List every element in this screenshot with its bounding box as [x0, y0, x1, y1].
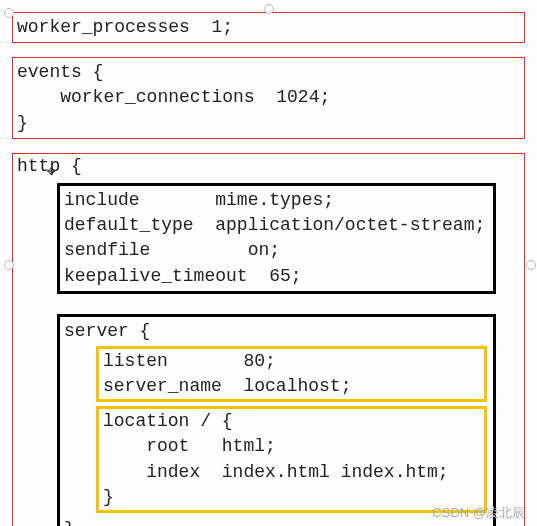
server-listen-block: listen 80; server_name localhost; — [96, 346, 487, 402]
events-close: } — [17, 111, 520, 136]
server-location-lines: location / { root html; index index.html… — [103, 409, 480, 510]
watermark: CSDN @凌北辰 — [432, 504, 525, 522]
server-close: } — [64, 517, 489, 526]
http-open: http { — [17, 154, 520, 179]
events-body: worker_connections 1024; — [17, 85, 520, 110]
events-block: events { worker_connections 1024; } — [12, 57, 525, 139]
worker-processes-block: worker_processes 1; — [12, 12, 525, 43]
http-block: http { include mime.types; default_type … — [12, 153, 525, 526]
server-open: server { — [64, 319, 489, 344]
server-location-block: location / { root html; index index.html… — [96, 406, 487, 513]
http-directives-block: include mime.types; default_type applica… — [57, 183, 496, 294]
server-block: server { listen 80; server_name localhos… — [57, 314, 496, 526]
http-directives: include mime.types; default_type applica… — [64, 188, 489, 289]
worker-processes-line: worker_processes 1; — [17, 15, 520, 40]
server-listen-lines: listen 80; server_name localhost; — [103, 349, 480, 399]
events-open: events { — [17, 60, 520, 85]
